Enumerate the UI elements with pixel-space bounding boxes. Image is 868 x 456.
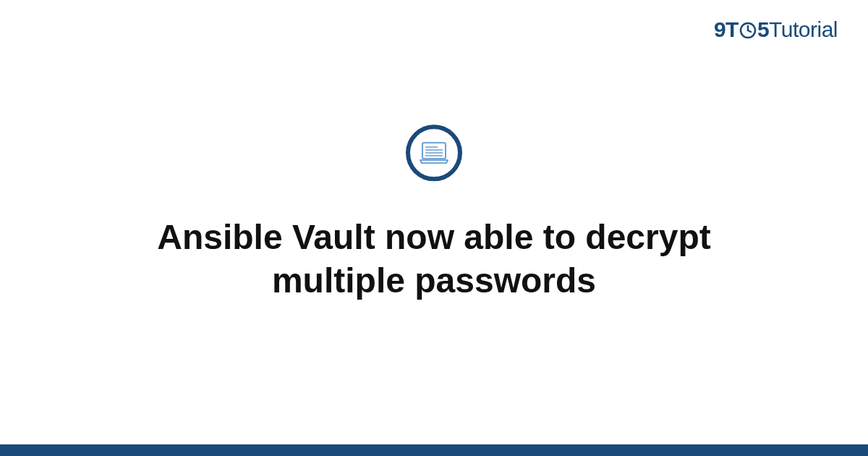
brand-logo: 9T5Tutorial: [714, 17, 838, 44]
laptop-icon: [419, 141, 449, 164]
footer-accent-bar: [0, 444, 868, 456]
brand-t: T: [726, 17, 739, 41]
brand-five: 5: [757, 17, 769, 41]
hero-icon-circle: [406, 124, 462, 181]
clock-icon: [739, 20, 757, 44]
brand-tutorial: Tutorial: [769, 17, 838, 41]
page-title: Ansible Vault now able to decrypt multip…: [101, 216, 767, 303]
main-content: Ansible Vault now able to decrypt multip…: [0, 124, 868, 303]
svg-line-2: [748, 30, 751, 32]
brand-nine: 9: [714, 17, 726, 41]
